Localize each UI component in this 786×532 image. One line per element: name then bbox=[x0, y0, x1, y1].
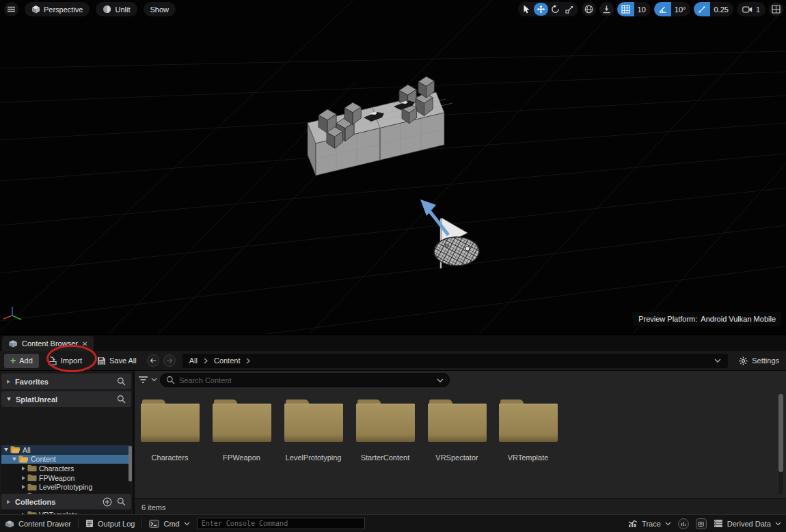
tab-content-browser[interactable]: Content Browser ✕ bbox=[2, 336, 94, 351]
surface-snap-icon bbox=[602, 5, 611, 14]
tree-item-levelprototyping[interactable]: LevelPrototyping bbox=[1, 482, 131, 492]
content-drawer-label: Content Drawer bbox=[18, 520, 71, 528]
perspective-label: Perspective bbox=[44, 5, 83, 14]
tree-item-fpweapon[interactable]: FPWeapon bbox=[1, 473, 131, 483]
scale-snap-toggle[interactable] bbox=[694, 2, 710, 16]
cmd-button[interactable]: Cmd bbox=[149, 520, 189, 528]
perspective-cube-icon bbox=[31, 5, 40, 14]
view-mode-button[interactable]: Unlit bbox=[96, 2, 137, 16]
project-sources-header[interactable]: SplatUnreal bbox=[1, 391, 131, 407]
grid-snap-value[interactable]: 10 bbox=[634, 5, 651, 14]
tree-item-characters[interactable]: Characters bbox=[1, 464, 131, 473]
save-all-button[interactable]: Save All bbox=[91, 354, 143, 368]
rotation-snap-toggle[interactable] bbox=[654, 2, 671, 16]
tree-item-content[interactable]: Content bbox=[1, 455, 131, 464]
console-command-input[interactable] bbox=[197, 518, 365, 529]
capture-icon[interactable] bbox=[696, 518, 707, 529]
unlit-sphere-icon bbox=[103, 5, 111, 14]
expander-collapsed-icon bbox=[22, 485, 25, 489]
search-icon[interactable] bbox=[117, 395, 126, 404]
folder-icon bbox=[141, 400, 200, 442]
grid-scrollbar-thumb[interactable] bbox=[778, 394, 783, 472]
tree-scrollbar[interactable] bbox=[128, 446, 132, 481]
search-dropdown-icon[interactable] bbox=[437, 378, 444, 382]
viewport-menu-button[interactable] bbox=[4, 2, 18, 16]
add-label: Add bbox=[19, 356, 33, 365]
search-icon[interactable] bbox=[117, 497, 126, 506]
show-button[interactable]: Show bbox=[144, 2, 176, 16]
breadcrumb-all[interactable]: All bbox=[189, 356, 198, 365]
surface-snapping-button[interactable] bbox=[599, 2, 614, 16]
save-all-label: Save All bbox=[109, 356, 137, 365]
scale-snap-icon bbox=[698, 5, 706, 14]
content-browser-toolbar: + Add Import Save All bbox=[0, 351, 786, 371]
viewport-scene bbox=[0, 0, 786, 335]
gear-icon bbox=[739, 356, 748, 365]
asset-grid: Characters FPWeapon LevelPrototyping Sta… bbox=[135, 390, 774, 498]
settings-button[interactable]: Settings bbox=[736, 356, 782, 365]
folder-tile-vrtemplate[interactable]: VRTemplate bbox=[495, 400, 561, 462]
content-drawer-button[interactable]: Content Drawer bbox=[5, 520, 71, 528]
breadcrumb-dropdown-icon[interactable] bbox=[714, 359, 721, 363]
folder-tile-fpweapon[interactable]: FPWeapon bbox=[208, 400, 275, 462]
breadcrumb-content[interactable]: Content bbox=[214, 356, 241, 365]
items-count: 6 items bbox=[141, 503, 165, 512]
folder-icon bbox=[27, 474, 37, 481]
folder-tile-label: Characters bbox=[137, 453, 203, 462]
grid-snap-toggle[interactable] bbox=[617, 2, 634, 16]
hamburger-icon bbox=[8, 6, 15, 12]
back-button[interactable] bbox=[147, 354, 159, 367]
search-input[interactable] bbox=[179, 376, 433, 384]
collections-header[interactable]: Collections bbox=[1, 494, 131, 509]
scale-tool-button[interactable] bbox=[563, 3, 577, 16]
project-label: SplatUnreal bbox=[16, 395, 57, 404]
tab-close-icon[interactable]: ✕ bbox=[82, 340, 87, 348]
favorites-header[interactable]: Favorites bbox=[1, 374, 131, 389]
folder-tile-vrspectator[interactable]: VRSpectator bbox=[424, 400, 490, 462]
stats-icon[interactable] bbox=[678, 518, 689, 529]
divider bbox=[141, 518, 142, 529]
world-space-button[interactable] bbox=[582, 2, 596, 16]
tree-item-all[interactable]: All bbox=[1, 445, 131, 455]
search-content-box[interactable] bbox=[160, 373, 450, 387]
camera-icon bbox=[742, 5, 753, 13]
select-tool-button[interactable] bbox=[519, 3, 534, 16]
cmd-terminal-icon bbox=[149, 520, 159, 528]
folder-tile-startercontent[interactable]: StarterContent bbox=[352, 400, 418, 462]
breadcrumb: All Content bbox=[182, 354, 729, 368]
add-button[interactable]: + Add bbox=[4, 354, 39, 368]
forward-button[interactable] bbox=[163, 354, 176, 367]
rotation-snap-value[interactable]: 10° bbox=[671, 5, 691, 14]
folder-tile-levelprototyping[interactable]: LevelPrototyping bbox=[280, 400, 347, 462]
open-folder-icon bbox=[18, 456, 29, 463]
expander-collapsed-icon bbox=[7, 500, 10, 504]
trace-button[interactable]: Trace bbox=[628, 520, 671, 528]
collections-label: Collections bbox=[15, 498, 55, 506]
derived-data-button[interactable]: Derived Data bbox=[714, 519, 781, 528]
scale-snap-value[interactable]: 0.25 bbox=[710, 5, 733, 14]
folder-tile-label: VRTemplate bbox=[495, 453, 561, 462]
folder-icon bbox=[428, 400, 487, 442]
viewport-layout-button[interactable] bbox=[769, 2, 783, 16]
folder-icon bbox=[213, 400, 271, 442]
viewport-3d[interactable]: Perspective Unlit Show bbox=[0, 0, 786, 335]
expander-expanded-icon bbox=[12, 458, 16, 461]
perspective-button[interactable]: Perspective bbox=[25, 2, 90, 16]
import-button[interactable]: Import bbox=[42, 354, 88, 368]
search-icon[interactable] bbox=[117, 377, 126, 386]
filter-button[interactable] bbox=[138, 373, 157, 387]
rotate-tool-button[interactable] bbox=[548, 3, 563, 16]
folder-tile-characters[interactable]: Characters bbox=[137, 400, 203, 462]
move-tool-button[interactable] bbox=[534, 3, 548, 16]
expander-expanded-icon bbox=[4, 448, 8, 451]
editor-status-bar: Content Drawer Output Log Cmd bbox=[0, 514, 786, 532]
output-log-icon bbox=[85, 519, 94, 528]
unreal-editor-window: Perspective Unlit Show bbox=[0, 0, 786, 532]
globe-icon bbox=[584, 5, 593, 14]
camera-speed-value: 1 bbox=[756, 5, 760, 14]
output-log-button[interactable]: Output Log bbox=[85, 519, 135, 528]
derived-data-label: Derived Data bbox=[727, 520, 771, 528]
tree-label: FPWeapon bbox=[39, 474, 74, 482]
camera-speed-group[interactable]: 1 bbox=[737, 2, 765, 16]
add-collection-icon[interactable] bbox=[103, 497, 112, 507]
